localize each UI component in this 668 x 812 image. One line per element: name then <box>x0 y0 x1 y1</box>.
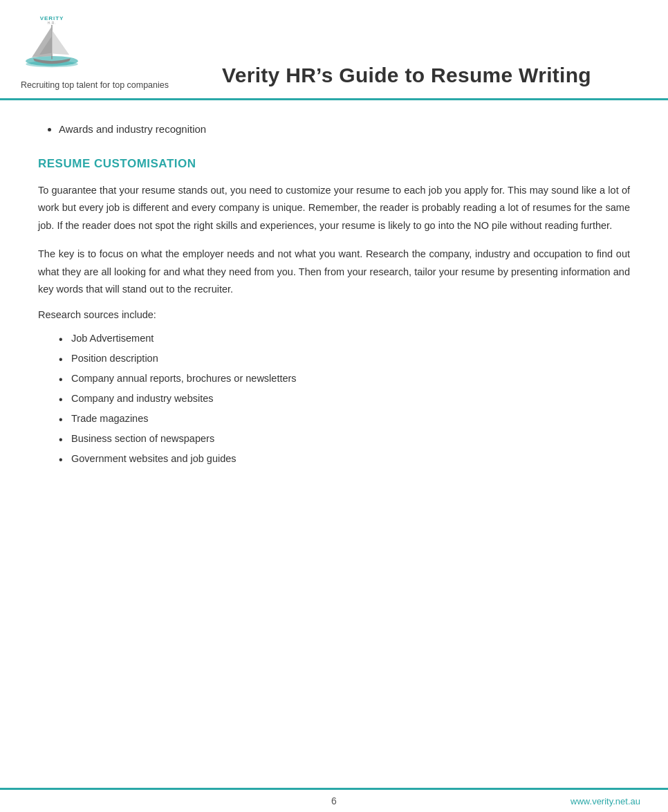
section-heading: RESUME CUSTOMISATION <box>38 157 630 171</box>
bullet-item: Company annual reports, brochures or new… <box>59 369 630 389</box>
paragraph-2: The key is to focus on what the employer… <box>38 246 630 298</box>
header-left: VERITY H.R. Recruiting top talent for to… <box>21 12 173 90</box>
research-sources-list: Job AdvertisementPosition descriptionCom… <box>38 329 630 469</box>
paragraph-1: To guarantee that your resume stands out… <box>38 182 630 234</box>
bullet-item: Company and industry websites <box>59 389 630 409</box>
main-title: Verity HR’s Guide to Resume Writing <box>173 64 640 87</box>
bullet-item: Position description <box>59 349 630 369</box>
header: VERITY H.R. Recruiting top talent for to… <box>0 0 668 100</box>
top-bullet-section: Awards and industry recognition <box>38 121 630 138</box>
research-sources-label: Research sources include: <box>38 309 630 320</box>
top-bullet-item: Awards and industry recognition <box>59 121 630 138</box>
footer-website: www.verity.net.au <box>570 796 640 806</box>
tagline: Recruiting top talent for top companies <box>21 80 169 90</box>
logo-area: VERITY H.R. <box>21 12 83 75</box>
content-area: Awards and industry recognition RESUME C… <box>0 100 668 504</box>
bullet-item: Job Advertisement <box>59 329 630 349</box>
svg-text:VERITY: VERITY <box>40 15 64 21</box>
header-right: Verity HR’s Guide to Resume Writing <box>173 64 640 90</box>
svg-text:H.R.: H.R. <box>48 21 57 25</box>
page-number: 6 <box>28 795 640 806</box>
page-container: VERITY H.R. Recruiting top talent for to… <box>0 0 668 812</box>
verity-hr-logo: VERITY H.R. <box>21 12 83 75</box>
bullet-item: Government websites and job guides <box>59 449 630 469</box>
bullet-item: Business section of newspapers <box>59 429 630 449</box>
footer-bottom: 6 www.verity.net.au <box>28 795 640 806</box>
footer: 6 www.verity.net.au <box>0 788 668 812</box>
bullet-item: Trade magazines <box>59 409 630 429</box>
